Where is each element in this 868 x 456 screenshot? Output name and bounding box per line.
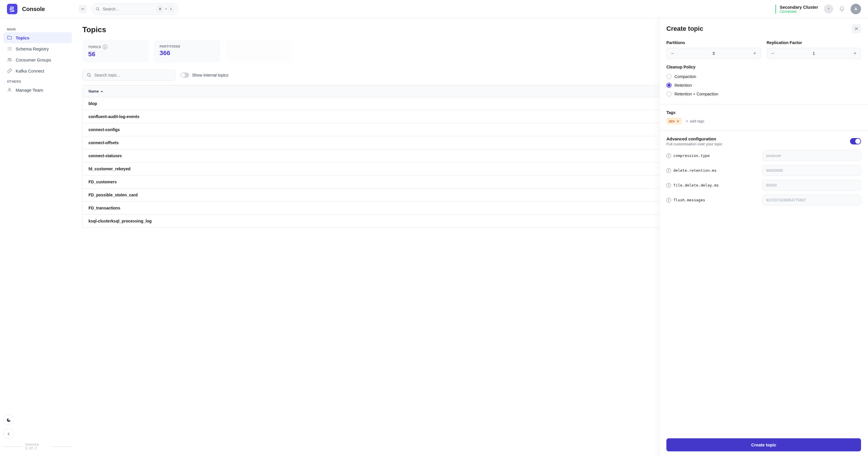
collapse-sidebar[interactable] <box>3 429 14 439</box>
sidebar-item-consumer-groups[interactable]: Consumer Groups <box>3 54 72 65</box>
app-logo <box>7 4 18 14</box>
search-shortcut: ⌘ + k <box>156 6 174 12</box>
config-key-label: delete.retention.ms <box>673 168 717 173</box>
config-input[interactable] <box>763 150 861 161</box>
cleanup-label: Cleanup Policy <box>666 65 861 69</box>
config-row: idelete.retention.ms <box>666 165 861 176</box>
stat-partitions: PARTITIONS 366 <box>154 40 220 63</box>
info-icon[interactable]: i <box>666 183 671 188</box>
svg-point-5 <box>9 88 10 90</box>
show-internal-toggle[interactable] <box>181 72 189 78</box>
sidebar-item-manage-team[interactable]: Manage Team <box>3 84 72 95</box>
svg-point-0 <box>96 7 99 10</box>
create-topic-drawer: Create topic Partitions − 3 <box>659 18 868 456</box>
tag-chip-dev[interactable]: dev <box>666 118 682 124</box>
sidebar: MAIN Topics Schema Registry Consumer Gro… <box>0 18 75 456</box>
radio-icon <box>666 91 672 97</box>
radio-icon <box>666 74 672 79</box>
stat-extra <box>225 40 292 63</box>
replication-label: Replication Factor <box>767 40 861 45</box>
config-key-label: compression.type <box>673 153 710 158</box>
advanced-desc: Full customisation over your topic <box>666 142 722 146</box>
config-input[interactable] <box>763 165 861 176</box>
config-input[interactable] <box>763 195 861 205</box>
info-icon[interactable]: i <box>666 153 671 158</box>
replication-stepper[interactable]: − 1 + <box>767 48 861 59</box>
replication-plus[interactable]: + <box>849 48 861 59</box>
sidebar-item-topics[interactable]: Topics <box>3 32 72 43</box>
sidebar-section-others: OTHERS <box>3 79 72 84</box>
chevron-left-icon <box>7 432 11 436</box>
workspace-dropdown[interactable] <box>79 5 87 13</box>
search-icon <box>87 73 91 78</box>
create-topic-button[interactable]: Create topic <box>666 438 861 451</box>
brand-title: Console <box>22 6 45 12</box>
config-row: ifile.delete.delay.ms <box>666 180 861 190</box>
radio-icon <box>666 83 672 88</box>
sidebar-section-main: MAIN <box>3 26 72 32</box>
close-icon[interactable] <box>677 120 679 123</box>
global-search[interactable]: ⌘ + k <box>91 3 178 14</box>
link-icon <box>7 68 12 73</box>
sidebar-item-schema-registry[interactable]: Schema Registry <box>3 43 72 54</box>
tags-label: Tags <box>666 110 861 115</box>
svg-point-2 <box>828 10 829 10</box>
search-input[interactable] <box>103 7 153 11</box>
cluster-status: Connected <box>779 9 818 13</box>
cluster-indicator[interactable]: Secondary Cluster Connected <box>775 5 818 13</box>
info-icon[interactable]: i <box>666 168 671 173</box>
svg-line-1 <box>98 9 99 10</box>
cleanup-option[interactable]: Retention + Compaction <box>666 90 861 98</box>
config-input[interactable] <box>763 180 861 190</box>
config-key-label: file.delete.delay.ms <box>673 183 719 187</box>
moon-icon <box>6 418 11 422</box>
topic-search-input[interactable] <box>94 73 171 78</box>
help-icon <box>827 7 831 11</box>
partitions-stepper[interactable]: − 3 + <box>666 48 761 59</box>
chevron-down-icon <box>81 7 85 11</box>
config-row: icompression.type <box>666 150 861 161</box>
folder-icon <box>7 35 12 40</box>
drawer-title: Create topic <box>666 25 703 32</box>
cleanup-option[interactable]: Retention <box>666 81 861 90</box>
avatar[interactable]: A <box>850 4 861 14</box>
info-icon[interactable]: i <box>666 198 671 203</box>
advanced-label: Advanced configuration <box>666 136 722 141</box>
svg-point-3 <box>8 58 9 60</box>
list-icon <box>7 46 12 51</box>
add-tags-button[interactable]: + add tags <box>686 119 704 123</box>
advanced-toggle[interactable] <box>850 138 861 145</box>
topic-search[interactable] <box>83 70 175 81</box>
column-name[interactable]: Name <box>89 89 103 93</box>
sort-asc-icon <box>100 90 103 93</box>
user-icon <box>7 87 12 93</box>
svg-line-7 <box>90 76 91 77</box>
bell-icon[interactable] <box>839 6 845 12</box>
close-icon <box>855 27 859 31</box>
help-button[interactable] <box>824 4 833 13</box>
config-row: iflush.messages <box>666 195 861 205</box>
partitions-label: Partitions <box>666 40 761 45</box>
partitions-plus[interactable]: + <box>749 48 761 59</box>
sidebar-item-kafka-connect[interactable]: Kafka Connect <box>3 65 72 76</box>
partitions-minus[interactable]: − <box>666 48 678 59</box>
search-icon <box>96 7 100 11</box>
theme-toggle[interactable] <box>3 415 14 425</box>
svg-point-4 <box>10 58 11 60</box>
cluster-name: Secondary Cluster <box>779 5 818 9</box>
show-internal-label: Show internal topics <box>192 73 228 78</box>
info-icon[interactable]: i <box>103 45 107 49</box>
version-label: Console 1.17.7 <box>3 443 72 450</box>
close-button[interactable] <box>852 24 861 33</box>
svg-point-6 <box>87 73 90 76</box>
config-key-label: flush.messages <box>673 198 705 202</box>
cleanup-option[interactable]: Compaction <box>666 72 861 81</box>
users-icon <box>7 57 12 62</box>
replication-minus[interactable]: − <box>767 48 779 59</box>
stat-topics: TOPICS i 56 <box>83 40 149 63</box>
